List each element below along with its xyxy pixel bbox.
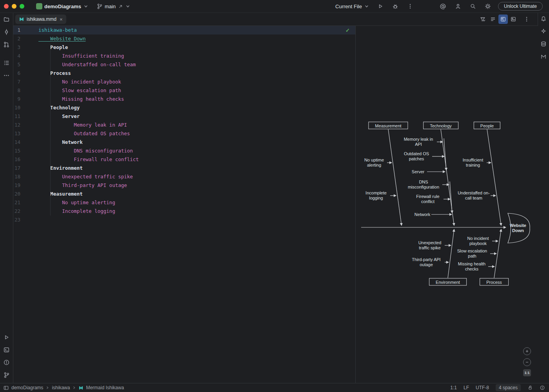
code-text: No uptime alerting — [36, 198, 115, 207]
code-review-mentions-icon[interactable] — [438, 2, 448, 11]
structure-tool-icon[interactable] — [1, 57, 12, 68]
notifications-bell-icon[interactable] — [538, 13, 549, 24]
run-tool-icon[interactable] — [1, 332, 12, 343]
editor-options-kebab-icon[interactable] — [522, 15, 531, 24]
debug-button[interactable] — [391, 2, 400, 11]
minimize-window-button[interactable] — [12, 4, 16, 9]
breadcrumb-element[interactable]: Mermaid Ishikawa — [86, 385, 124, 390]
code-text: Third-party API outage — [36, 181, 127, 190]
unlock-ultimate-button[interactable]: Unlock Ultimate — [498, 2, 543, 11]
inspection-ok-checkmark[interactable]: ✓ — [345, 27, 350, 33]
pull-requests-tool-icon[interactable] — [1, 39, 12, 50]
line-separator-widget[interactable]: LF — [464, 385, 469, 390]
code-line[interactable]: 4 Insufficient training — [13, 52, 355, 60]
code-line[interactable]: 19 Third-party API outage — [13, 181, 355, 190]
more-run-actions-kebab-icon[interactable] — [405, 2, 415, 11]
code-line[interactable]: 20 Measurement — [13, 190, 355, 198]
code-line[interactable]: 23 — [13, 216, 355, 224]
code-line[interactable]: 21 No uptime alerting — [13, 198, 355, 207]
code-line[interactable]: 14 Network — [13, 138, 355, 147]
cursor-position-widget[interactable]: 1:1 — [450, 385, 457, 390]
chevron-down-icon — [125, 4, 131, 9]
search-everywhere-icon[interactable] — [468, 2, 478, 11]
filter-check-icon[interactable] — [478, 15, 487, 24]
line-number: 5 — [13, 60, 36, 69]
tab-ishikawa-mmd[interactable]: ishikawa.mmd × — [15, 15, 66, 24]
cause-label: No uptime alerting — [362, 158, 387, 168]
breadcrumb-file[interactable]: ishikawa — [52, 385, 70, 390]
code-line[interactable]: 13 Outdated OS patches — [13, 129, 355, 138]
event-alert-icon[interactable] — [540, 385, 545, 390]
preview-only-view-icon[interactable] — [509, 15, 518, 24]
database-tool-icon[interactable] — [538, 38, 549, 49]
vcs-widget[interactable]: main — [94, 2, 133, 11]
cause-label: Understaffed on-call team — [457, 191, 490, 201]
zoom-in-button[interactable] — [523, 347, 531, 355]
code-line[interactable]: 15 DNS misconfiguration — [13, 147, 355, 155]
more-tool-windows-icon[interactable] — [1, 70, 12, 81]
terminal-tool-icon[interactable] — [1, 344, 12, 355]
code-line[interactable]: 6 Process — [13, 69, 355, 78]
code-line[interactable]: 18 Unexpected traffic spike — [13, 172, 355, 181]
editor-preview-split-icon[interactable] — [498, 15, 508, 24]
code-line[interactable]: 16 Firewall rule conflict — [13, 155, 355, 164]
settings-gear-icon[interactable] — [483, 2, 493, 11]
commit-tool-icon[interactable] — [1, 26, 12, 37]
problems-tool-icon[interactable] — [1, 357, 12, 368]
code-line[interactable]: 10 Technology — [13, 103, 355, 112]
zoom-out-button[interactable] — [523, 358, 531, 366]
line-number: 10 — [13, 103, 36, 112]
code-line[interactable]: 22 Incomplete logging — [13, 207, 355, 216]
mermaid-breadcrumb-icon — [78, 385, 84, 390]
chevron-right-icon — [72, 386, 76, 390]
tab-close-icon[interactable]: × — [60, 17, 63, 22]
run-button[interactable] — [376, 2, 385, 11]
code-line[interactable]: 5 Understaffed on-call team — [13, 60, 355, 69]
code-text: Server — [36, 112, 80, 121]
category-box-environment: Environment — [429, 278, 467, 286]
line-number: 7 — [13, 78, 36, 86]
category-box-technology: Technology — [423, 122, 458, 129]
code-line[interactable]: 8 Slow escalation path — [13, 86, 355, 95]
code-line[interactable]: 7 No incident playbook — [13, 78, 355, 86]
mermaid-tool-icon[interactable] — [538, 51, 549, 62]
toggle-panels-icon[interactable] — [3, 385, 9, 391]
project-widget[interactable]: demoDiagrams — [34, 2, 91, 11]
code-with-me-user-icon[interactable] — [453, 2, 463, 11]
code-text: Slow escalation path — [36, 86, 121, 95]
line-number: 17 — [13, 164, 36, 172]
fullscreen-window-button[interactable] — [20, 4, 24, 9]
code-line[interactable]: 12 Memory leak in API — [13, 121, 355, 129]
breadcrumb-project[interactable]: demoDiagrams — [11, 385, 43, 390]
mermaid-preview-pane[interactable]: Measurement Technology People Environmen… — [355, 26, 538, 383]
window-controls — [4, 4, 24, 9]
code-line[interactable]: 9 Missing health checks — [13, 95, 355, 103]
git-branch-icon — [96, 3, 103, 9]
file-encoding-widget[interactable]: UTF-8 — [476, 385, 489, 390]
code-line[interactable]: 17 Environment — [13, 164, 355, 172]
version-control-tool-icon[interactable] — [1, 369, 12, 380]
cause-label: Slow escalation path — [454, 249, 490, 259]
code-line[interactable]: 2 Website Down — [13, 34, 355, 43]
code-line[interactable]: 11 Server — [13, 112, 355, 121]
indent-config-widget[interactable]: 4 spaces — [496, 384, 521, 391]
category-box-measurement: Measurement — [368, 122, 408, 129]
code-line[interactable]: 3 People — [13, 43, 355, 52]
code-line[interactable]: 1ishikawa-beta — [13, 26, 355, 34]
line-number: 8 — [13, 86, 36, 95]
line-number: 6 — [13, 69, 36, 78]
zoom-reset-button[interactable]: 1:1 — [523, 369, 531, 376]
mermaid-file-icon — [19, 16, 24, 22]
close-window-button[interactable] — [4, 4, 9, 9]
editor-view-controls — [478, 15, 538, 24]
code-editor[interactable]: 1ishikawa-beta 2 Website Down 3 People 4… — [13, 26, 355, 383]
ai-assistant-icon[interactable] — [538, 26, 549, 37]
project-tool-icon[interactable] — [1, 14, 12, 25]
chevron-down-icon — [83, 4, 89, 9]
right-toolwindow-stripe — [538, 13, 549, 383]
statusbar-widgets: 1:1 LF UTF-8 4 spaces — [450, 384, 545, 391]
editor-only-view-icon[interactable] — [488, 15, 498, 24]
readonly-lock-icon[interactable] — [527, 385, 533, 390]
run-configuration-selector[interactable]: Current File — [334, 2, 370, 11]
line-number: 2 — [13, 34, 36, 43]
